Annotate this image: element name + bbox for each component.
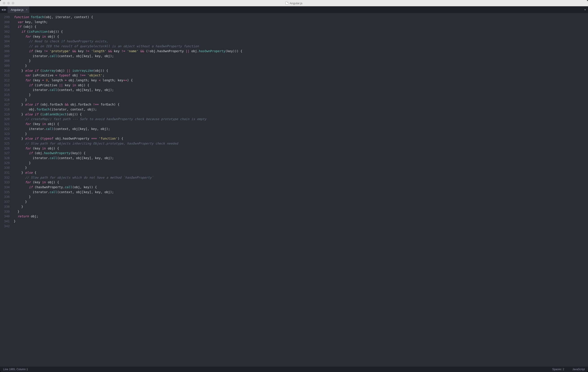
code-line[interactable]: } else if (typeof obj.hasOwnProperty ===… bbox=[14, 136, 588, 141]
line-number[interactable]: 305 bbox=[4, 44, 10, 49]
line-number[interactable]: 341 bbox=[4, 219, 10, 224]
line-number[interactable]: 319 bbox=[4, 112, 10, 117]
code-line[interactable]: } bbox=[14, 165, 588, 170]
code-line[interactable]: } bbox=[14, 200, 588, 204]
line-number[interactable]: 330 bbox=[4, 165, 10, 170]
code-line[interactable]: var isPrimitive = typeof obj !== 'object… bbox=[14, 73, 588, 78]
code-line[interactable]: } bbox=[14, 219, 588, 224]
editor-area[interactable]: 2993003013023033043053063073083093103113… bbox=[0, 13, 588, 367]
code-line[interactable]: // Slow path for objects which do not ha… bbox=[14, 175, 588, 180]
line-number[interactable]: 333 bbox=[4, 180, 10, 185]
line-number[interactable]: 320 bbox=[4, 117, 10, 122]
code-line[interactable]: for (key in obj) { bbox=[14, 146, 588, 151]
code-line[interactable]: } bbox=[14, 194, 588, 200]
line-number[interactable]: 312 bbox=[4, 78, 10, 83]
tab-dropdown-icon[interactable]: ▼ bbox=[584, 9, 586, 11]
line-number[interactable]: 313 bbox=[4, 83, 10, 88]
line-number[interactable]: 299 bbox=[4, 15, 10, 20]
cursor-position[interactable]: Line 1865, Column 1 bbox=[3, 368, 28, 371]
close-window-button[interactable] bbox=[3, 2, 5, 4]
code-line[interactable]: // Slow path for objects inheriting Obje… bbox=[14, 141, 588, 146]
line-number[interactable]: 342 bbox=[4, 224, 10, 229]
line-number[interactable]: 339 bbox=[4, 209, 10, 214]
code-line[interactable]: } bbox=[14, 64, 588, 68]
code-line[interactable]: for (key = 0, length = obj.length; key <… bbox=[14, 78, 588, 83]
code-line[interactable]: if (obj.hasOwnProperty(key)) { bbox=[14, 151, 588, 156]
line-number[interactable]: 317 bbox=[4, 102, 10, 107]
line-number[interactable]: 321 bbox=[4, 122, 10, 127]
code-line[interactable]: } bbox=[14, 97, 588, 102]
code-line[interactable]: iterator.call(context, obj[key], key, ob… bbox=[14, 54, 588, 59]
code-line[interactable]: for (key in obj) { bbox=[14, 34, 588, 39]
line-number[interactable]: 337 bbox=[4, 200, 10, 204]
code-line[interactable]: } else if (isArray(obj) || isArrayLike(o… bbox=[14, 68, 588, 73]
code-line[interactable]: if (hasOwnProperty.call(obj, key)) { bbox=[14, 185, 588, 190]
line-number[interactable]: 334 bbox=[4, 185, 10, 190]
line-number[interactable]: 311 bbox=[4, 73, 10, 78]
code-line[interactable]: for (key in obj) { bbox=[14, 122, 588, 127]
line-number[interactable]: 327 bbox=[4, 151, 10, 156]
line-number[interactable]: 303 bbox=[4, 34, 10, 39]
line-number[interactable]: 300 bbox=[4, 20, 10, 25]
line-number[interactable]: 314 bbox=[4, 88, 10, 93]
line-number[interactable]: 326 bbox=[4, 146, 10, 151]
line-number[interactable]: 304 bbox=[4, 39, 10, 44]
code-line[interactable]: // Need to check if hasOwnProperty exist… bbox=[14, 39, 588, 44]
line-number[interactable]: 323 bbox=[4, 132, 10, 137]
indent-setting[interactable]: Spaces: 2 bbox=[552, 368, 564, 371]
code-line[interactable]: } else { bbox=[14, 170, 588, 175]
code-line[interactable]: obj.forEach(iterator, context, obj); bbox=[14, 107, 588, 112]
line-number[interactable]: 329 bbox=[4, 161, 10, 166]
syntax-language[interactable]: JavaScript bbox=[572, 368, 585, 371]
code-line[interactable]: } bbox=[14, 204, 588, 209]
line-number[interactable]: 325 bbox=[4, 141, 10, 146]
line-number[interactable]: 308 bbox=[4, 58, 10, 64]
line-number[interactable]: 310 bbox=[4, 68, 10, 73]
titlebar[interactable]: Angular.js bbox=[0, 0, 588, 6]
code-line[interactable]: function forEach(obj, iterator, context)… bbox=[14, 15, 588, 20]
code-line[interactable]: if (isPrimitive || key in obj) { bbox=[14, 83, 588, 88]
code-line[interactable]: if (obj) { bbox=[14, 24, 588, 29]
line-number[interactable]: 335 bbox=[4, 190, 10, 195]
code-line[interactable]: iterator.call(context, obj[key], key, ob… bbox=[14, 127, 588, 132]
tab-angular-js[interactable]: Angular.js × bbox=[8, 6, 30, 13]
line-number[interactable]: 338 bbox=[4, 204, 10, 209]
zoom-window-button[interactable] bbox=[12, 2, 14, 4]
code-line[interactable]: } bbox=[14, 132, 588, 137]
line-number[interactable]: 324 bbox=[4, 136, 10, 141]
line-number[interactable]: 322 bbox=[4, 127, 10, 132]
line-number[interactable]: 328 bbox=[4, 156, 10, 161]
line-number[interactable]: 331 bbox=[4, 170, 10, 175]
code-content[interactable]: function forEach(obj, iterator, context)… bbox=[12, 13, 588, 367]
code-line[interactable]: } else if (obj.forEach && obj.forEach !=… bbox=[14, 102, 588, 107]
code-line[interactable]: if (isFunction(obj)) { bbox=[14, 29, 588, 34]
line-number[interactable]: 315 bbox=[4, 93, 10, 97]
code-line[interactable]: } else if (isBlankObject(obj)) { bbox=[14, 112, 588, 117]
code-line[interactable]: iterator.call(context, obj[key], key, ob… bbox=[14, 190, 588, 195]
close-icon[interactable]: × bbox=[26, 8, 28, 11]
line-number[interactable]: 316 bbox=[4, 97, 10, 102]
code-line[interactable]: return obj; bbox=[14, 214, 588, 219]
code-line[interactable]: var key, length; bbox=[14, 20, 588, 25]
line-number[interactable]: 336 bbox=[4, 194, 10, 200]
code-line[interactable]: } bbox=[14, 209, 588, 214]
code-line[interactable]: iterator.call(context, obj[key], key, ob… bbox=[14, 156, 588, 161]
code-line[interactable]: if (key != 'prototype' && key != 'length… bbox=[14, 49, 588, 54]
code-line[interactable]: iterator.call(context, obj[key], key, ob… bbox=[14, 88, 588, 93]
line-number-gutter[interactable]: 2993003013023033043053063073083093103113… bbox=[0, 13, 12, 367]
line-number[interactable]: 301 bbox=[4, 24, 10, 29]
code-line[interactable]: for (key in obj) { bbox=[14, 180, 588, 185]
line-number[interactable]: 332 bbox=[4, 175, 10, 180]
nav-back-icon[interactable]: ◀ bbox=[1, 8, 3, 11]
line-number[interactable]: 340 bbox=[4, 214, 10, 219]
code-line[interactable]: } bbox=[14, 161, 588, 166]
line-number[interactable]: 302 bbox=[4, 29, 10, 34]
code-line[interactable]: // createMap() fast path --- Safe to avo… bbox=[14, 117, 588, 122]
code-line[interactable]: } bbox=[14, 93, 588, 97]
code-line[interactable]: // as on IE8 the result of querySelector… bbox=[14, 44, 588, 49]
minimize-window-button[interactable] bbox=[7, 2, 10, 4]
line-number[interactable]: 309 bbox=[4, 64, 10, 68]
line-number[interactable]: 306 bbox=[4, 49, 10, 54]
code-line[interactable]: } bbox=[14, 58, 588, 64]
line-number[interactable]: 318 bbox=[4, 107, 10, 112]
